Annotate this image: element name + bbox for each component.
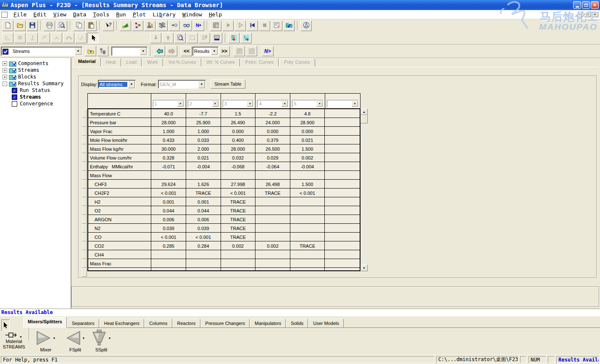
- prev-sheet-button[interactable]: <<: [181, 46, 192, 56]
- scroll-down-icon[interactable]: ▼: [361, 264, 368, 271]
- column-select-blank[interactable]: ▼: [327, 100, 359, 107]
- tab-material[interactable]: Material: [73, 58, 101, 67]
- color-palette-button[interactable]: [211, 33, 222, 43]
- grid-row-header-cell[interactable]: [82, 144, 87, 153]
- model-ssplit-button[interactable]: ▼SSplit: [87, 330, 115, 352]
- column-select-arrow[interactable]: ▼: [316, 101, 323, 107]
- library-tab-heat-exchangers[interactable]: Heat Exchangers: [100, 319, 144, 328]
- child-close-button[interactable]: ×: [592, 11, 598, 17]
- grid-row-header-cell[interactable]: [82, 171, 87, 180]
- paste-button[interactable]: [85, 21, 97, 31]
- parent-folder-button[interactable]: [85, 46, 96, 56]
- grid-row-header-cell[interactable]: [82, 259, 87, 268]
- column-select-1[interactable]: 1▼: [153, 100, 184, 107]
- components-molecule-button[interactable]: [132, 21, 143, 31]
- expand-plus-icon[interactable]: +: [3, 61, 7, 66]
- library-tab-solids[interactable]: Solids: [286, 319, 308, 328]
- table-scrollbar[interactable]: ▲▼: [361, 108, 368, 271]
- checkbox-checked-icon[interactable]: ✓: [12, 88, 17, 93]
- open-file-button[interactable]: [14, 21, 26, 31]
- unit-operation-button[interactable]: [168, 21, 180, 31]
- menu-run[interactable]: Run: [113, 10, 129, 18]
- library-tab-pressure-changers[interactable]: Pressure Changers: [201, 319, 250, 328]
- library-tab-manipulators[interactable]: Manipulators: [250, 319, 286, 328]
- insert-stream-button[interactable]: [228, 33, 239, 43]
- settings-panel-button[interactable]: [271, 21, 282, 31]
- library-tab-reactors[interactable]: Reactors: [173, 319, 200, 328]
- tree-view-toggle-button[interactable]: [97, 46, 108, 56]
- expand-plus-icon[interactable]: +: [3, 68, 7, 73]
- grid-row-header-cell[interactable]: [82, 127, 87, 136]
- library-tab-columns[interactable]: Columns: [145, 319, 172, 328]
- checkbox-checked-icon[interactable]: ✓: [12, 94, 17, 100]
- child-restore-button[interactable]: ❐: [584, 11, 591, 17]
- tree-item-streams[interactable]: +Streams: [0, 67, 71, 73]
- check-results-button[interactable]: [283, 21, 295, 31]
- material-stream-button[interactable]: ▼ Material STREAMS: [0, 332, 27, 350]
- expand-plus-icon[interactable]: +: [3, 75, 7, 79]
- grid-row-header-cell[interactable]: [82, 241, 87, 250]
- minimize-button[interactable]: [573, 1, 581, 9]
- grid-row-header-cell[interactable]: [82, 109, 87, 118]
- context-help-button[interactable]: ?: [103, 21, 114, 31]
- mixer-dropdown-icon[interactable]: ▼: [53, 337, 56, 340]
- flowsheet-draw-button[interactable]: [120, 21, 131, 31]
- display-select-arrow[interactable]: ▼: [128, 81, 135, 88]
- stream-duplicate-button[interactable]: [156, 21, 168, 31]
- library-tab-separators[interactable]: Separators: [67, 319, 99, 328]
- reinitialize-button[interactable]: [247, 21, 258, 31]
- tree-item-run-status[interactable]: ✓Run Status: [0, 87, 71, 94]
- grid-row-header-cell[interactable]: [82, 233, 87, 241]
- setup-wizard-button[interactable]: [144, 21, 155, 31]
- grid-row-header-cell[interactable]: [82, 250, 87, 259]
- grid-row-header-cell[interactable]: [82, 153, 87, 162]
- display-select[interactable]: All streams ▼: [98, 80, 136, 89]
- grid-row-header-cell[interactable]: [82, 268, 87, 277]
- menu-plot[interactable]: Plot: [129, 10, 149, 18]
- column-select-arrow[interactable]: ▼: [282, 101, 288, 107]
- object-select-arrow[interactable]: ▼: [75, 47, 82, 55]
- column-select-5[interactable]: 5▼: [292, 100, 324, 107]
- tree-item-results-summary[interactable]: -Results Summary: [0, 80, 71, 87]
- review-glasses-button[interactable]: [181, 21, 192, 31]
- checkbox-empty-icon[interactable]: [12, 101, 17, 107]
- next-browser-button[interactable]: N>: [262, 46, 274, 56]
- print-preview-button[interactable]: [56, 21, 67, 31]
- column-select-arrow[interactable]: ▼: [212, 101, 218, 107]
- next-input-button[interactable]: N: [193, 21, 204, 31]
- column-select-3[interactable]: 3▼: [223, 100, 254, 107]
- id-select-arrow[interactable]: ▼: [140, 47, 147, 55]
- format-select-arrow[interactable]: ▼: [198, 81, 205, 88]
- fsplit-dropdown-icon[interactable]: ▼: [82, 337, 85, 340]
- next-sheet-button[interactable]: >>: [219, 46, 230, 56]
- id-select[interactable]: ▼: [111, 47, 147, 56]
- column-select-2[interactable]: 2▼: [188, 100, 219, 107]
- library-tab-user-models[interactable]: User Models: [308, 319, 344, 328]
- control-panel-button[interactable]: [210, 21, 221, 31]
- ssplit-dropdown-icon[interactable]: ▼: [108, 337, 111, 340]
- insert-block-button[interactable]: [240, 33, 252, 43]
- save-button[interactable]: [26, 21, 38, 31]
- scroll-thumb[interactable]: [361, 115, 368, 123]
- library-select-pointer-button[interactable]: [1, 319, 10, 331]
- menu-window[interactable]: Window: [179, 10, 205, 18]
- stream-table-button[interactable]: Stream Table: [211, 79, 245, 89]
- section-select-arrow[interactable]: ▼: [211, 47, 218, 55]
- close-button[interactable]: ×: [591, 1, 599, 9]
- back-button[interactable]: [154, 46, 165, 56]
- copy-button[interactable]: [73, 21, 84, 31]
- menu-view[interactable]: View: [50, 10, 70, 18]
- scroll-up-icon[interactable]: ▲: [361, 108, 368, 115]
- grid-row-header-cell[interactable]: [82, 118, 87, 127]
- new-file-button[interactable]: [2, 21, 13, 31]
- grid-row-header-cell[interactable]: [82, 215, 87, 224]
- stream-type-dropdown-icon[interactable]: ▼: [19, 335, 22, 338]
- menu-edit[interactable]: Edit: [30, 10, 50, 18]
- print-button[interactable]: [44, 21, 55, 31]
- menu-help[interactable]: Help: [205, 10, 225, 18]
- child-window-icon[interactable]: [1, 12, 8, 18]
- menu-file[interactable]: File: [10, 10, 30, 18]
- grid-row-header-cell[interactable]: [82, 224, 87, 233]
- expand-minus-icon[interactable]: -: [3, 81, 7, 86]
- tree-item-blocks[interactable]: +Blocks: [0, 73, 71, 80]
